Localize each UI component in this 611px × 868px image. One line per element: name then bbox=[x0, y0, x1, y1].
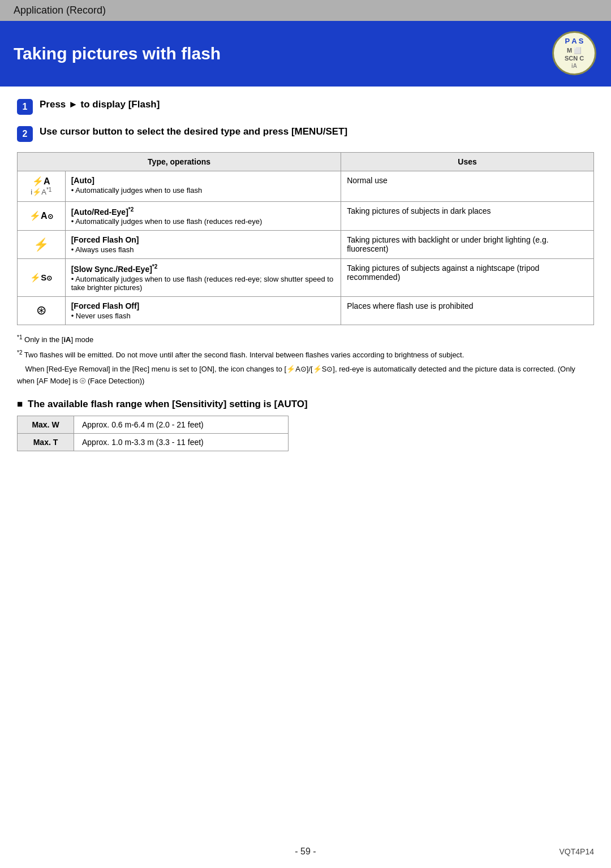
uses-slow-sync: Taking pictures of subjects against a ni… bbox=[341, 259, 594, 297]
step-2-number: 2 bbox=[17, 126, 33, 142]
footnote-3: When [Red-Eye Removal] in the [Rec] menu… bbox=[17, 364, 594, 387]
uses-redeye-auto: Taking pictures of subjects in dark plac… bbox=[341, 201, 594, 231]
header-title: Application (Record) bbox=[14, 5, 106, 16]
flash-icon-red-eye-auto: ⚡A⊙ bbox=[18, 201, 66, 231]
table-row: Max. T Approx. 1.0 m-3.3 m (3.3 - 11 fee… bbox=[18, 433, 289, 451]
mode-dial: P A S M ⬜ SCN C iA bbox=[552, 31, 596, 75]
step-2: 2 Use cursor button to select the desire… bbox=[17, 125, 594, 142]
header-bar: Application (Record) bbox=[0, 0, 611, 21]
step-1-number: 1 bbox=[17, 99, 33, 115]
type-desc-auto: • Automatically judges when to use flash bbox=[71, 186, 335, 195]
footnote-1: *1 Only in the [iA] mode bbox=[17, 333, 594, 346]
table-row: ⚡A i⚡A*1 [Auto] • Automatically judges w… bbox=[18, 171, 594, 202]
table-row: Max. W Approx. 0.6 m-6.4 m (2.0 - 21 fee… bbox=[18, 416, 289, 433]
main-content: 1 Press ► to display [Flash] 2 Use curso… bbox=[0, 87, 611, 474]
type-name-forced-off: [Forced Flash Off] bbox=[71, 301, 335, 310]
range-table: Max. W Approx. 0.6 m-6.4 m (2.0 - 21 fee… bbox=[17, 416, 289, 451]
step-1: 1 Press ► to display [Flash] bbox=[17, 98, 594, 115]
table-row: ⚡A⊙ [Auto/Red-Eye]*2 • Automatically jud… bbox=[18, 201, 594, 231]
step-1-text: Press ► to display [Flash] bbox=[40, 98, 160, 111]
page-number: - 59 - bbox=[295, 847, 316, 857]
type-desc-redeye-auto: • Automatically judges when to use flash… bbox=[71, 217, 335, 226]
document-code: VQT4P14 bbox=[560, 847, 594, 856]
title-section: Taking pictures with flash P A S M ⬜ SCN… bbox=[0, 21, 611, 87]
max-w-value: Approx. 0.6 m-6.4 m (2.0 - 21 feet) bbox=[74, 416, 289, 433]
type-desc-forced-off: • Never uses flash bbox=[71, 312, 335, 320]
max-t-label: Max. T bbox=[18, 433, 74, 451]
col-uses-header: Uses bbox=[341, 153, 594, 171]
flash-icon-slow-sync: ⚡S⊙ bbox=[18, 259, 66, 297]
flash-icon-forced-on: ⚡ bbox=[18, 231, 66, 259]
max-w-label: Max. W bbox=[18, 416, 74, 433]
flash-type-table: Type, operations Uses ⚡A i⚡A*1 [Auto] • … bbox=[17, 152, 594, 325]
step-2-text: Use cursor button to select the desired … bbox=[40, 125, 347, 139]
uses-forced-off: Places where flash use is prohibited bbox=[341, 296, 594, 325]
max-t-value: Approx. 1.0 m-3.3 m (3.3 - 11 feet) bbox=[74, 433, 289, 451]
type-name-redeye-auto: [Auto/Red-Eye]*2 bbox=[71, 206, 335, 217]
type-desc-forced-on: • Always uses flash bbox=[71, 245, 335, 254]
camera-dial-icon: P A S M ⬜ SCN C iA bbox=[552, 31, 597, 76]
flash-icon-auto: ⚡A i⚡A*1 bbox=[18, 171, 66, 202]
footnotes: *1 Only in the [iA] mode *2 Two flashes … bbox=[17, 333, 594, 387]
table-row: ⚡S⊙ [Slow Sync./Red-Eye]*2 • Automatical… bbox=[18, 259, 594, 297]
col-type-header: Type, operations bbox=[18, 153, 341, 171]
footnote-2: *2 Two flashes will be emitted. Do not m… bbox=[17, 348, 594, 361]
type-name-forced-on: [Forced Flash On] bbox=[71, 235, 335, 244]
uses-auto: Normal use bbox=[341, 171, 594, 202]
footer: - 59 - VQT4P14 bbox=[0, 847, 611, 857]
table-row: ⊛ [Forced Flash Off] • Never uses flash … bbox=[18, 296, 594, 325]
table-row: ⚡ [Forced Flash On] • Always uses flash … bbox=[18, 231, 594, 259]
type-name-auto: [Auto] bbox=[71, 176, 335, 185]
type-desc-slow-sync: • Automatically judges when to use flash… bbox=[71, 275, 335, 292]
sensitivity-heading: The available flash range when [Sensitiv… bbox=[17, 399, 594, 410]
uses-forced-on: Taking pictures with backlight or under … bbox=[341, 231, 594, 259]
type-name-slow-sync: [Slow Sync./Red-Eye]*2 bbox=[71, 264, 335, 274]
page-title: Taking pictures with flash bbox=[14, 44, 221, 63]
flash-icon-forced-off: ⊛ bbox=[18, 296, 66, 325]
